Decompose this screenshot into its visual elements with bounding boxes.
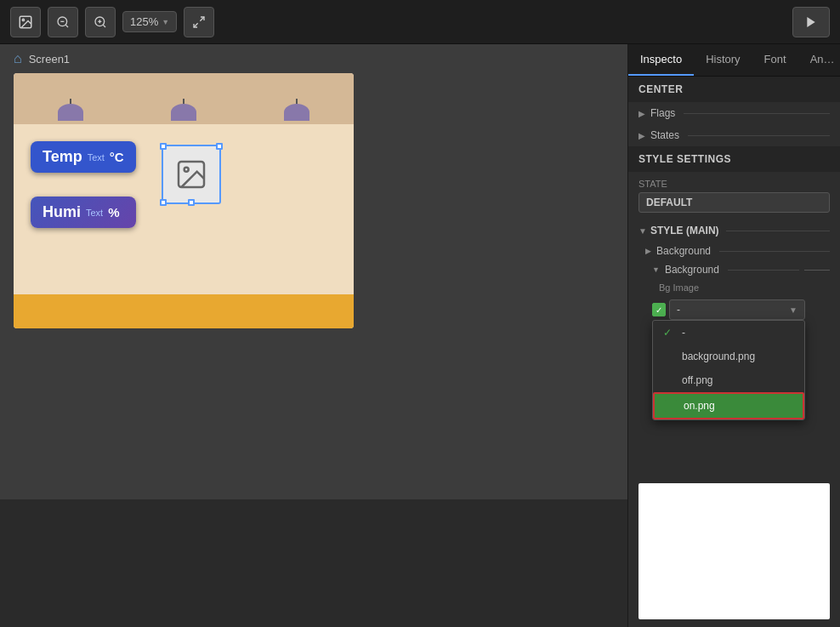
states-arrow: ▶ [639,131,645,140]
inspector-content: CENTER ▶ Flags ▶ States STYLE SETTINGS S… [628,77,840,627]
panel-tabs: Inspecto History Font An… [628,44,840,77]
states-label: States [650,129,679,141]
tab-font[interactable]: Font [752,44,798,76]
dropdown-container: ✓ - ▼ ✓ - background.png [628,296,840,323]
handle-bm[interactable] [188,199,195,206]
room-wall: Temp Text °C Humi Text % [14,124,354,294]
dropdown-current-value: - [677,304,680,316]
flags-label: Flags [650,107,675,119]
room-ceiling [14,73,354,124]
zoom-dropdown-arrow: ▼ [162,18,169,26]
style-main-line [726,231,830,231]
humi-widget[interactable]: Humi Text % [31,197,136,228]
dropdown-item-background-png[interactable]: background.png [653,345,804,368]
flags-arrow: ▶ [639,109,645,118]
lamp-2 [171,104,196,121]
dash-check: ✓ [663,327,675,339]
humi-text: Text [86,208,103,218]
svg-line-6 [103,25,105,27]
dropdown-item-off-png[interactable]: off.png [653,368,804,392]
background-row-2[interactable]: ▼ Background [628,260,840,279]
right-panel: Inspecto History Font An… CENTER ▶ Flags [627,44,840,627]
center-header: CENTER [628,77,840,102]
white-preview-area [639,483,830,619]
lamp-3 [284,104,309,121]
image-icon [174,157,208,191]
image-placeholder[interactable] [162,145,221,204]
zoom-out-button[interactable] [48,7,78,37]
style-main-header[interactable]: ▼ STYLE (MAIN) [628,219,840,242]
bg2-arrow: ▼ [652,265,660,274]
bottom-canvas [0,499,627,627]
lamp-1 [58,104,83,121]
toolbar-left: 125% ▼ [10,7,786,37]
canvas-area: ⌂ Screen1 Temp Text [0,44,627,627]
temp-unit: °C [110,150,124,164]
states-line [688,135,830,136]
home-icon: ⌂ [14,51,22,66]
tab-inspector[interactable]: Inspecto [628,44,694,76]
widgets-column: Temp Text °C Humi Text % [31,141,136,228]
bg-image-label: Bg Image [628,279,840,296]
bg1-arrow: ▶ [645,247,651,255]
dropdown-chevron: ▼ [789,305,797,315]
svg-line-9 [201,17,205,21]
tab-history[interactable]: History [694,44,752,76]
svg-marker-11 [807,17,814,27]
zoom-level-display[interactable]: 125% ▼ [122,11,177,32]
style-settings-header: STYLE SETTINGS [628,146,840,172]
bg1-label: Background [656,245,711,257]
background-row-1[interactable]: ▶ Background [628,242,840,260]
expand-button[interactable] [184,7,214,37]
humi-label: Humi [43,203,81,221]
style-main-label: STYLE (MAIN) [650,225,719,237]
tab-animate[interactable]: An… [798,44,840,76]
temp-label: Temp [43,148,82,166]
dropdown-button[interactable]: - ▼ [669,299,805,320]
humi-unit: % [108,205,119,219]
handle-bl[interactable] [160,199,167,206]
checkbox-green[interactable]: ✓ [652,303,666,316]
dropdown-item-on-png[interactable]: on.png [653,392,804,419]
bg1-line [719,251,830,252]
svg-point-1 [22,19,24,20]
zoom-value: 125% [130,15,158,28]
states-row[interactable]: ▶ States [628,124,840,146]
handle-tl[interactable] [160,143,167,150]
dropdown-trigger: ✓ - ▼ [652,299,830,320]
flags-row[interactable]: ▶ Flags [628,102,840,124]
room-floor [14,294,354,328]
handle-tr[interactable] [216,143,223,150]
image-button[interactable] [10,7,41,37]
state-section: STATE DEFAULT [628,172,840,219]
style-main-arrow: ▼ [639,226,647,236]
dropdown-item-dash[interactable]: ✓ - [653,321,804,345]
screen-name: Screen1 [29,53,70,66]
temp-text: Text [88,152,105,162]
flags-line [684,113,830,114]
canvas-content[interactable]: Temp Text °C Humi Text % [0,73,627,499]
state-value: DEFAULT [639,192,830,213]
screen-label: ⌂ Screen1 [0,44,627,73]
zoom-in-button[interactable] [85,7,116,37]
svg-line-10 [194,23,198,27]
dropdown-menu: ✓ - background.png off.png on.png [652,320,805,420]
bg2-line [728,270,799,271]
screen-frame[interactable]: Temp Text °C Humi Text % [14,73,354,328]
state-label: STATE [639,179,830,189]
play-button[interactable] [792,7,830,37]
svg-point-13 [184,168,188,172]
main-area: ⌂ Screen1 Temp Text [0,44,840,627]
svg-line-3 [65,25,68,27]
bg2-end-line [804,270,830,271]
on-png-color-swatch [665,400,677,412]
temp-widget[interactable]: Temp Text °C [31,141,136,173]
bg2-label: Background [665,264,719,276]
toolbar: 125% ▼ [0,0,840,44]
